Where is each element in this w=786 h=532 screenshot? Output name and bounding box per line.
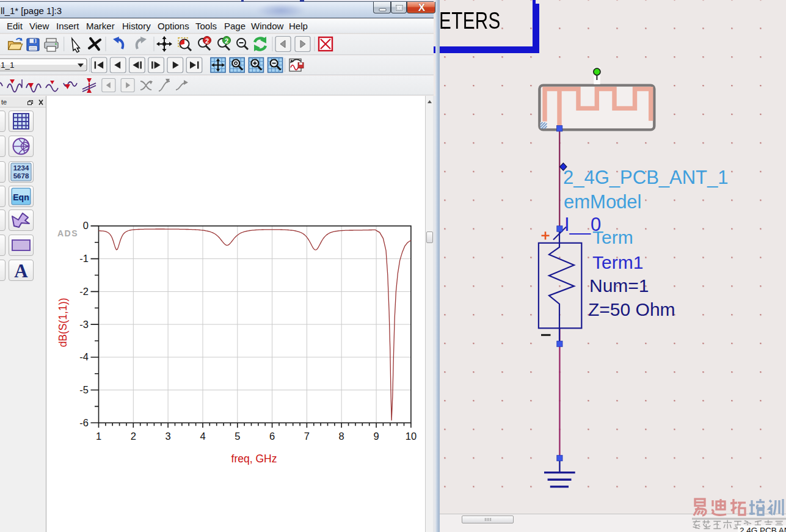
svg-text:ADS: ADS (57, 228, 78, 238)
svg-text:4: 4 (200, 431, 205, 442)
svg-text:A: A (14, 260, 28, 280)
svg-text:2: 2 (131, 431, 136, 442)
svg-text:-4: -4 (79, 351, 89, 362)
svg-text:8: 8 (339, 431, 344, 442)
svg-text:Eqn: Eqn (13, 192, 29, 202)
svg-text:0: 0 (83, 220, 89, 231)
svg-text:10: 10 (406, 431, 417, 442)
svg-text:X: X (418, 2, 426, 13)
svg-text:-1: -1 (79, 253, 89, 264)
svg-text:-3: -3 (79, 319, 89, 330)
svg-text:1_1: 1_1 (1, 60, 15, 70)
svg-text:1234: 1234 (13, 164, 29, 172)
svg-text:2: 2 (225, 37, 228, 45)
svg-text:-6: -6 (79, 417, 89, 428)
svg-text:freq, GHz: freq, GHz (231, 453, 277, 465)
svg-text:-5: -5 (79, 384, 89, 395)
svg-text:6: 6 (269, 431, 275, 442)
svg-text:-2: -2 (79, 286, 89, 297)
svg-text:2: 2 (205, 37, 209, 45)
svg-text:9: 9 (374, 431, 379, 442)
svg-text:3: 3 (166, 431, 171, 442)
svg-text:dB(S(1,1)): dB(S(1,1)) (57, 298, 69, 348)
svg-text:1: 1 (96, 431, 101, 442)
svg-text:5678: 5678 (13, 172, 29, 180)
svg-text:7: 7 (304, 431, 310, 442)
svg-text:5: 5 (235, 431, 240, 442)
